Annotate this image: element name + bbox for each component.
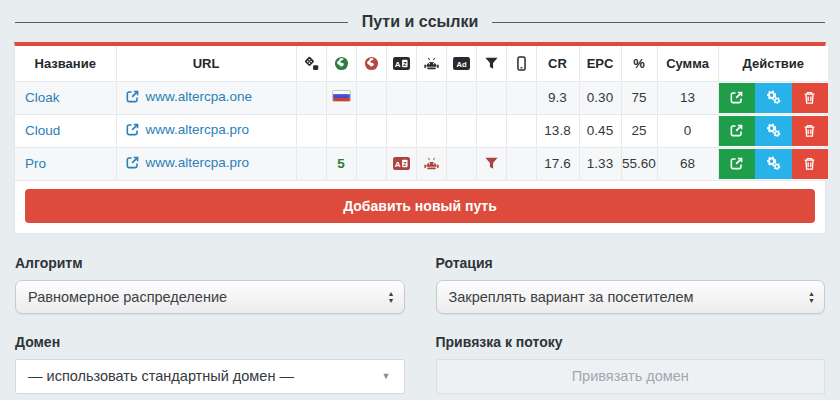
trash-icon	[802, 90, 817, 105]
geo-deny-cell	[356, 114, 386, 147]
table-row: Cloak www.altercpa.one 9.3 0.30 75	[15, 81, 828, 114]
trash-icon	[802, 156, 817, 171]
android-cell	[416, 114, 446, 147]
header-android	[416, 46, 446, 81]
language-cell	[386, 147, 416, 180]
header-ad	[446, 46, 476, 81]
header-cr: CR	[536, 46, 579, 81]
android-icon	[424, 56, 439, 71]
epc-value: 1.33	[579, 147, 621, 180]
filter-cell	[476, 81, 506, 114]
split-icon	[304, 56, 319, 71]
cr-value: 17.6	[536, 147, 579, 180]
domain-label: Домен	[15, 334, 405, 350]
mobile-icon	[514, 56, 529, 71]
rotation-select[interactable]: Закреплять вариант за посетителем ▲▼	[436, 280, 826, 314]
split-cell	[296, 114, 326, 147]
paths-card: Название URL CR EPC % Сумма Действие Clo…	[14, 42, 826, 234]
algorithm-select[interactable]: Равномерное распределение ▲▼	[15, 280, 405, 314]
language-icon	[393, 56, 410, 71]
bind-domain-button[interactable]: Привязать домен	[436, 359, 826, 394]
rotation-selected-value: Закреплять вариант за посетителем	[449, 289, 694, 305]
rotation-label: Ротация	[436, 255, 826, 271]
epc-value: 0.45	[579, 114, 621, 147]
geo-allow-globe-icon	[334, 56, 349, 71]
row-actions	[719, 115, 829, 147]
external-link-icon	[729, 156, 744, 171]
header-geo-deny	[356, 46, 386, 81]
ad-cell	[446, 81, 476, 114]
section-header: Пути и ссылки	[15, 10, 825, 34]
open-path-button[interactable]	[719, 149, 756, 179]
algorithm-field: Алгоритм Равномерное распределение ▲▼	[15, 255, 405, 314]
header-percent: %	[621, 46, 657, 81]
table-header-row: Название URL CR EPC % Сумма Действие	[15, 46, 828, 81]
open-path-button[interactable]	[719, 116, 756, 146]
header-geo-allow	[326, 46, 356, 81]
chevron-down-icon: ▼	[382, 371, 391, 381]
percent-value: 25	[621, 114, 657, 147]
select-spinner-icon: ▲▼	[388, 289, 395, 304]
header-split	[296, 46, 326, 81]
path-url-link[interactable]: www.altercpa.pro	[146, 155, 250, 170]
geo-count: 5	[337, 156, 345, 171]
table-row: Pro www.altercpa.pro 5 17.6 1.33 55.60	[15, 147, 828, 180]
row-actions	[719, 148, 829, 180]
table-row: Cloud www.altercpa.pro 13.8 0.45 25	[15, 114, 828, 147]
filter-cell	[476, 147, 506, 180]
settings-path-button[interactable]	[755, 116, 792, 146]
settings-path-button[interactable]	[755, 149, 792, 179]
split-cell	[296, 147, 326, 180]
header-action: Действие	[718, 46, 828, 81]
delete-path-button[interactable]	[792, 149, 829, 179]
flow-binding-field: Привязка к потоку Привязать домен	[436, 334, 826, 394]
add-path-button[interactable]: Добавить новый путь	[25, 189, 815, 223]
path-name-link[interactable]: Pro	[25, 156, 46, 171]
header-language	[386, 46, 416, 81]
title-rule-right	[492, 22, 825, 23]
geo-allow-cell	[326, 114, 356, 147]
path-name-link[interactable]: Cloud	[25, 123, 60, 138]
filter-cell	[476, 114, 506, 147]
delete-path-button[interactable]	[792, 83, 829, 113]
percent-value: 75	[621, 81, 657, 114]
trash-icon	[802, 123, 817, 138]
open-path-button[interactable]	[719, 83, 756, 113]
flow-binding-label: Привязка к потоку	[436, 334, 826, 350]
row-actions	[719, 82, 829, 114]
domain-select[interactable]: — использовать стандартный домен — ▼	[15, 359, 405, 394]
path-url-link[interactable]: www.altercpa.one	[146, 89, 253, 104]
android-cell	[416, 81, 446, 114]
external-link-icon	[125, 155, 140, 170]
path-url-link[interactable]: www.altercpa.pro	[146, 122, 250, 137]
geo-allow-cell	[326, 81, 356, 114]
title-rule-left	[15, 22, 348, 23]
language-icon	[393, 156, 410, 171]
paths-table: Название URL CR EPC % Сумма Действие Clo…	[15, 46, 828, 181]
russia-flag-icon	[332, 90, 351, 102]
sum-value: 0	[657, 114, 718, 147]
mobile-cell	[506, 114, 536, 147]
algorithm-label: Алгоритм	[15, 255, 405, 271]
gears-icon	[766, 123, 781, 138]
ad-cell	[446, 114, 476, 147]
path-name-link[interactable]: Cloak	[25, 90, 60, 105]
page-title: Пути и ссылки	[348, 13, 492, 31]
geo-deny-globe-icon	[364, 56, 379, 71]
cr-value: 9.3	[536, 81, 579, 114]
header-mobile	[506, 46, 536, 81]
settings-path-button[interactable]	[755, 83, 792, 113]
delete-path-button[interactable]	[792, 116, 829, 146]
rotation-field: Ротация Закреплять вариант за посетителе…	[436, 255, 826, 314]
path-settings-form: Алгоритм Равномерное распределение ▲▼ Ро…	[15, 255, 825, 394]
algorithm-selected-value: Равномерное распределение	[28, 289, 227, 305]
android-cell	[416, 147, 446, 180]
ad-icon	[453, 56, 470, 71]
gears-icon	[766, 90, 781, 105]
external-link-icon	[729, 90, 744, 105]
filter-icon	[484, 56, 499, 71]
external-link-icon	[125, 89, 140, 104]
android-icon	[424, 156, 439, 171]
header-sum: Сумма	[657, 46, 718, 81]
sum-value: 68	[657, 147, 718, 180]
